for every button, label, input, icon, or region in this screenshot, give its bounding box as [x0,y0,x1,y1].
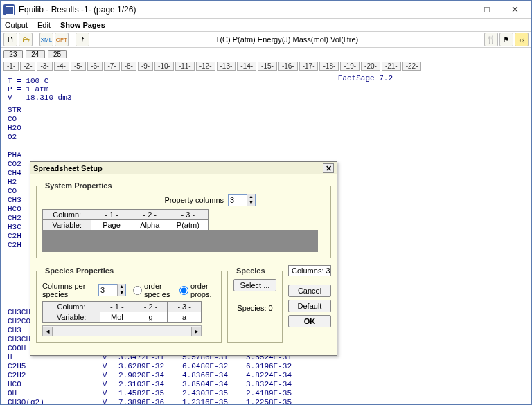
menu-bar: Output Edit Show Pages [1,19,531,31]
tab-18[interactable]: -18- [319,62,339,71]
tab-17[interactable]: -17- [299,62,319,71]
tool-fork-icon[interactable]: 🍴 [484,33,498,46]
tab-19[interactable]: -19- [340,62,360,71]
select-species-button[interactable]: Select ... [233,279,276,291]
tool-fn-icon[interactable]: f [76,33,89,46]
tab-13[interactable]: -13- [217,62,236,71]
ok-button[interactable]: OK [288,315,331,327]
tab-5[interactable]: -5- [71,62,86,71]
tab-7[interactable]: -7- [104,62,119,71]
app-icon [3,4,15,15]
tab-6[interactable]: -6- [87,62,103,71]
property-columns-label: Property columns [164,196,224,204]
tab-9[interactable]: -9- [138,62,153,71]
spinner-down-icon[interactable]: ▼ [247,200,255,206]
species-hscrollbar[interactable]: ◂ ▸ [42,325,202,336]
tab-11[interactable]: -11- [175,62,195,71]
open-icon[interactable]: 🗁 [19,33,33,46]
window-title: Equilib - Results -1- (page 1/26) [19,5,136,15]
dialog-close-button[interactable]: ✕ [323,163,334,173]
new-icon[interactable]: 🗋 [3,33,17,46]
tab-25[interactable]: -25- [48,50,67,58]
tab-14[interactable]: -14- [237,62,256,71]
window-buttons: – □ ✕ [445,2,529,17]
spec-col3[interactable]: - 3 - [168,302,202,312]
system-properties-legend: System Properties [42,181,115,190]
tab-2[interactable]: -2- [20,62,35,71]
tab-16[interactable]: -16- [278,62,298,71]
sys-var3[interactable]: P(atm) [168,220,208,231]
species-count: Species: 0 [233,304,276,312]
tool-flag-icon[interactable]: ⚑ [499,33,513,46]
cols-per-species-label: Columns per species [42,282,91,298]
tab-23[interactable]: -23- [3,50,23,58]
species-legend: Species [233,267,268,275]
default-button[interactable]: Default [288,300,331,312]
sys-var2[interactable]: Alpha [132,220,168,231]
tab-20[interactable]: -20- [361,62,380,71]
tab-22[interactable]: -22- [402,62,422,71]
spec-var3[interactable]: a [168,312,202,323]
columns-indicator: Columns: 3 [288,265,331,276]
factsage-version: FactSage 7.2 [338,74,393,82]
tool-xml-icon[interactable]: XML [39,33,53,46]
toolbar: 🗋 🗁 XML OPT f T(C) P(atm) Energy(J) Mass… [1,31,531,48]
spec-var2[interactable]: g [134,312,168,323]
data-row: CH3O(g2)V7.3896E-361.2316E-351.2258E-35 [8,398,310,404]
cols-per-species-input[interactable] [99,286,117,294]
property-columns-input[interactable] [229,196,247,204]
cols-per-species-spinner[interactable]: ▲▼ [98,284,126,296]
tab-15[interactable]: -15- [258,62,277,71]
tab-21[interactable]: -21- [382,62,401,71]
menu-edit[interactable]: Edit [37,21,51,29]
dialog-title-bar: Spreadsheet Setup ✕ [30,162,337,174]
sys-col2[interactable]: - 2 - [132,210,168,220]
menu-output[interactable]: Output [5,21,28,29]
data-row: C2H5V3.6289E-326.0480E-326.0196E-32 [8,362,310,371]
tab-4[interactable]: -4- [54,62,69,71]
species-properties-table: Column: - 1 - - 2 - - 3 - Variable: Mol … [42,301,202,323]
data-row: HCOV2.3103E-343.8504E-343.8324E-34 [8,380,310,389]
sys-col3[interactable]: - 3 - [168,210,208,220]
units-label: T(C) P(atm) Energy(J) Mass(mol) Vol(litr… [91,35,483,44]
spinner-up-icon[interactable]: ▲ [117,284,125,290]
spec-var1[interactable]: Mol [100,312,134,323]
species-properties-legend: Species Properties [42,267,116,275]
app-window: Equilib - Results -1- (page 1/26) – □ ✕ … [0,0,532,405]
tab-10[interactable]: -10- [154,62,174,71]
spec-col-header: Column: [43,302,100,312]
tool-sun-icon[interactable]: ☼ [515,33,529,46]
cancel-button[interactable]: Cancel [288,285,331,297]
content-area: FactSage 7.2 T = 100 C P = 1 atm V = 18.… [1,73,531,404]
spec-var-header: Variable: [43,312,100,323]
spec-col2[interactable]: - 2 - [134,302,168,312]
sys-col-header: Column: [43,210,91,220]
property-columns-spinner[interactable]: ▲▼ [228,194,256,206]
tab-24[interactable]: -24- [26,50,45,58]
scroll-left-icon[interactable]: ◂ [43,327,53,336]
minimize-button[interactable]: – [445,2,473,17]
sys-var1[interactable]: -Page- [91,220,132,231]
maximize-button[interactable]: □ [473,2,501,17]
spinner-down-icon[interactable]: ▼ [117,290,125,296]
tab-12[interactable]: -12- [196,62,215,71]
page-tabs-lower: -1--2--3--4--5--6--7--8--9--10--11--12--… [1,60,531,73]
dialog-button-column: Columns: 3 Cancel Default OK [288,265,331,348]
spinner-up-icon[interactable]: ▲ [247,194,255,200]
tab-1[interactable]: -1- [3,62,19,71]
sys-col1[interactable]: - 1 - [91,210,132,220]
tool-opt-icon[interactable]: OPT [55,33,69,46]
menu-show-pages[interactable]: Show Pages [60,21,105,29]
order-species-radio[interactable]: order species [133,282,172,298]
data-row: C2H2V2.9020E-344.8366E-344.8224E-34 [8,371,310,380]
data-row: OHV1.4582E-352.4303E-352.4189E-35 [8,389,310,398]
tab-3[interactable]: -3- [37,62,52,71]
tab-8[interactable]: -8- [121,62,136,71]
scroll-right-icon[interactable]: ▸ [191,327,201,336]
spreadsheet-setup-dialog: Spreadsheet Setup ✕ System Properties Pr… [30,161,337,356]
spec-col1[interactable]: - 1 - [100,302,134,312]
close-button[interactable]: ✕ [501,2,529,17]
order-props-radio[interactable]: order props. [179,282,215,298]
page-tabs-upper: -23- -24- -25- [1,48,531,60]
species-properties-group: Species Properties Columns per species ▲… [36,267,222,343]
